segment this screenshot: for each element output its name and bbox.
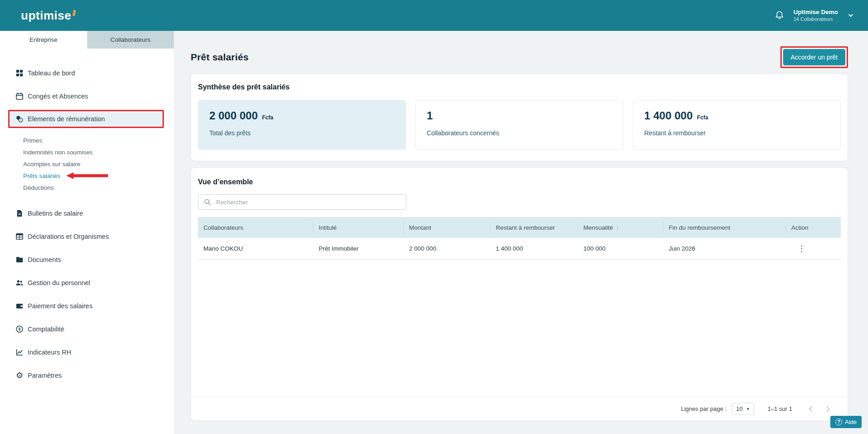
row-actions-kebab-icon[interactable]: ⋮ — [786, 244, 841, 253]
topbar: uptimise Uptimise Demo 14 Collaborateurs — [0, 0, 868, 31]
overview-title: Vue d’ensemble — [191, 178, 848, 186]
stat-value: 1 400 000 — [644, 109, 693, 122]
sidebar: Entreprise Collaborateurs Tableau de bor… — [0, 31, 174, 434]
sidebar-item-declarations[interactable]: Déclarations et Organismes — [0, 225, 174, 248]
chevron-down-icon[interactable] — [847, 12, 854, 19]
table-row[interactable]: Mario COKOU Prêt Immobiler 2 000 000 1 4… — [198, 238, 841, 260]
sidebar-item-documents[interactable]: Documents — [0, 248, 174, 271]
sidebar-item-label: Gestion du personnel — [28, 279, 90, 286]
sidebar-item-label: Indicateurs RH — [28, 349, 71, 356]
sidebar-subitem-primes[interactable]: Primes — [0, 134, 174, 146]
cell-intitule: Prêt Immobiler — [313, 245, 404, 252]
wallet-icon — [15, 302, 24, 310]
sidebar-item-conges-absences[interactable]: Congés et Absences — [0, 84, 174, 108]
next-page-button[interactable] — [822, 403, 834, 415]
sidebar-subitem-label: Prêts salariés — [23, 173, 60, 179]
col-collaborateurs[interactable]: Collaborateurs — [198, 222, 313, 233]
sidebar-item-bulletins[interactable]: Bulletins de salaire — [0, 202, 174, 225]
main-content: Prêt salariés Accorder un prêt Synthèse … — [174, 31, 868, 434]
sort-ascending-icon[interactable]: ↑ — [616, 224, 619, 231]
line-chart-icon — [15, 348, 24, 356]
folder-icon — [15, 256, 24, 264]
cell-collaborateur: Mario COKOU — [198, 245, 313, 252]
annotation-box-button: Accorder un prêt — [780, 46, 848, 68]
sidebar-item-parametres[interactable]: ⚙ Paramètres — [0, 364, 174, 387]
rows-per-page-select[interactable]: 10 ▼ — [732, 403, 754, 415]
calendar-icon — [15, 92, 24, 100]
stat-unit: Fcfa — [697, 114, 708, 121]
dashboard-grid-icon — [15, 69, 24, 77]
logo-text: uptimise — [21, 9, 71, 23]
dollar-circle-icon: $ — [15, 325, 24, 333]
stat-collaborateurs-concernes: 1 Collaborateurs concernés — [415, 100, 623, 150]
loans-table: Collaborateurs Intitulé Montant Restant … — [198, 217, 841, 260]
table-header-row: Collaborateurs Intitulé Montant Restant … — [198, 217, 841, 238]
help-label: Aide — [845, 419, 857, 425]
col-fin-remboursement[interactable]: Fin du remboursement — [663, 222, 786, 233]
cell-montant: 2 000 000 — [404, 245, 490, 252]
col-mensualite[interactable]: Mensualité ↑ — [578, 222, 663, 233]
notifications-bell-icon[interactable] — [774, 10, 784, 20]
coins-icon — [15, 115, 24, 123]
stat-label: Restant à rembourser — [644, 129, 829, 137]
sidebar-item-label: Congés et Absences — [28, 93, 88, 100]
sidebar-item-comptabilite[interactable]: $ Comptabilité — [0, 317, 174, 340]
search-input[interactable] — [216, 199, 400, 206]
col-montant[interactable]: Montant — [404, 222, 490, 233]
sidebar-tabs: Entreprise Collaborateurs — [0, 31, 174, 49]
previous-page-button[interactable] — [805, 403, 817, 415]
document-icon — [15, 209, 24, 217]
sidebar-nav: Tableau de bord Congés et Absences Eleme… — [0, 49, 174, 387]
col-restant[interactable]: Restant à rembourser — [490, 222, 578, 233]
sidebar-item-elements-remuneration[interactable]: Elements de rémunération — [8, 110, 164, 128]
sidebar-item-label: Documents — [28, 256, 61, 263]
table-pagination: Lignes par page : 10 ▼ 1–1 sur 1 — [191, 397, 848, 420]
sidebar-item-label: Tableau de bord — [28, 69, 75, 77]
synthese-card: Synthèse des prêt salariés 2 000 000 Fcf… — [191, 74, 848, 161]
app-logo: uptimise — [21, 9, 75, 23]
tab-collaborateurs[interactable]: Collaborateurs — [87, 31, 174, 49]
sidebar-item-indicateurs-rh[interactable]: Indicateurs RH — [0, 340, 174, 364]
sidebar-item-paiement-salaires[interactable]: Paiement des salaires — [0, 294, 174, 317]
sidebar-subitem-acomptes[interactable]: Acomptes sur salaire — [0, 158, 174, 170]
annotation-arrow-left — [66, 172, 108, 180]
remuneration-submenu: Primes Indemnités non soumises Acomptes … — [0, 131, 174, 202]
table-grid-icon — [15, 232, 24, 241]
sidebar-subitem-indemnites[interactable]: Indemnités non soumises — [0, 146, 174, 158]
search-box — [198, 194, 406, 210]
search-icon — [204, 198, 211, 206]
sidebar-item-label: Paramètres — [28, 372, 62, 379]
sidebar-item-tableau-de-bord[interactable]: Tableau de bord — [0, 61, 174, 84]
stat-value: 2 000 000 — [209, 109, 258, 122]
help-question-icon: ? — [835, 419, 842, 425]
account-subtitle: 14 Collaborateurs — [794, 16, 838, 23]
sidebar-subitem-prets-salaries[interactable]: Prêts salariés — [0, 170, 174, 182]
sidebar-item-label: Déclarations et Organismes — [28, 233, 109, 240]
stat-restant-rembourser: 1 400 000 Fcfa Restant à rembourser — [633, 100, 841, 150]
col-intitule[interactable]: Intitulé — [313, 222, 404, 233]
sidebar-item-label: Elements de rémunération — [28, 115, 105, 123]
stat-label: Total des prêts — [209, 129, 395, 137]
account-menu[interactable]: Uptimise Demo 14 Collaborateurs — [794, 9, 838, 23]
accorder-un-pret-button[interactable]: Accorder un prêt — [783, 49, 846, 65]
sidebar-subitem-deductions[interactable]: Déductions — [0, 182, 174, 193]
select-caret-icon: ▼ — [746, 407, 750, 411]
cell-restant: 1 400 000 — [490, 245, 578, 252]
cell-fin: Juin 2026 — [663, 245, 786, 252]
stat-label: Collaborateurs concernés — [427, 129, 612, 137]
synthese-title: Synthèse des prêt salariés — [198, 83, 841, 91]
tab-entreprise[interactable]: Entreprise — [0, 31, 87, 49]
sidebar-item-label: Paiement des salaires — [28, 302, 93, 310]
overview-card: Vue d’ensemble Collaborateurs Intitulé M… — [191, 168, 848, 421]
col-mensualite-label: Mensualité — [583, 224, 613, 231]
sidebar-item-label: Comptabilité — [28, 326, 64, 333]
sidebar-item-label: Bulletins de salaire — [28, 210, 83, 217]
rows-per-page-value: 10 — [736, 405, 742, 412]
rows-per-page-label: Lignes par page : — [681, 405, 726, 412]
sidebar-item-gestion-personnel[interactable]: Gestion du personnel — [0, 271, 174, 294]
cell-mensualite: 100 000 — [578, 245, 663, 252]
svg-text:$: $ — [18, 327, 20, 331]
help-button[interactable]: ? Aide — [830, 416, 862, 428]
people-icon — [15, 279, 24, 287]
account-name: Uptimise Demo — [794, 9, 838, 16]
